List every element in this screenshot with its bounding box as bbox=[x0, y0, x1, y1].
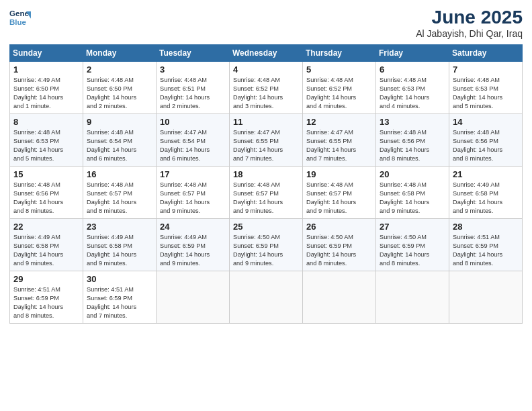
calendar-cell: 14Sunrise: 4:48 AM Sunset: 6:56 PM Dayli… bbox=[449, 114, 523, 167]
day-info: Sunrise: 4:48 AM Sunset: 6:53 PM Dayligh… bbox=[380, 76, 445, 111]
day-info: Sunrise: 4:51 AM Sunset: 6:59 PM Dayligh… bbox=[453, 233, 519, 268]
calendar-cell: 30Sunrise: 4:51 AM Sunset: 6:59 PM Dayli… bbox=[83, 271, 157, 324]
day-info: Sunrise: 4:48 AM Sunset: 6:57 PM Dayligh… bbox=[306, 181, 372, 216]
calendar-cell: 16Sunrise: 4:48 AM Sunset: 6:57 PM Dayli… bbox=[83, 167, 157, 219]
calendar-cell bbox=[376, 271, 449, 324]
day-number: 23 bbox=[87, 222, 152, 232]
day-number: 18 bbox=[233, 169, 299, 179]
day-number: 8 bbox=[13, 117, 79, 127]
calendar-cell: 19Sunrise: 4:48 AM Sunset: 6:57 PM Dayli… bbox=[303, 167, 376, 219]
calendar-cell: 26Sunrise: 4:50 AM Sunset: 6:59 PM Dayli… bbox=[303, 219, 376, 271]
calendar-cell: 6Sunrise: 4:48 AM Sunset: 6:53 PM Daylig… bbox=[376, 62, 449, 114]
day-number: 15 bbox=[13, 169, 79, 179]
day-number: 29 bbox=[13, 274, 79, 284]
day-number: 27 bbox=[380, 222, 445, 232]
day-number: 22 bbox=[13, 222, 79, 232]
day-info: Sunrise: 4:51 AM Sunset: 6:59 PM Dayligh… bbox=[87, 285, 152, 320]
calendar-cell: 29Sunrise: 4:51 AM Sunset: 6:59 PM Dayli… bbox=[10, 271, 83, 324]
day-info: Sunrise: 4:47 AM Sunset: 6:55 PM Dayligh… bbox=[306, 128, 372, 163]
day-info: Sunrise: 4:48 AM Sunset: 6:57 PM Dayligh… bbox=[233, 181, 299, 216]
calendar-cell: 22Sunrise: 4:49 AM Sunset: 6:58 PM Dayli… bbox=[10, 219, 83, 271]
calendar-cell: 9Sunrise: 4:48 AM Sunset: 6:54 PM Daylig… bbox=[83, 114, 157, 167]
day-number: 13 bbox=[380, 117, 445, 127]
day-info: Sunrise: 4:48 AM Sunset: 6:53 PM Dayligh… bbox=[453, 76, 519, 111]
sub-title: Al Jabayish, Dhi Qar, Iraq bbox=[416, 28, 523, 39]
logo-icon: General Blue bbox=[9, 7, 31, 28]
header: General Blue June 2025 Al Jabayish, Dhi … bbox=[9, 7, 523, 39]
logo: General Blue bbox=[9, 7, 31, 28]
main-title: June 2025 bbox=[416, 7, 523, 28]
col-header-monday: Monday bbox=[83, 45, 157, 62]
calendar-cell: 25Sunrise: 4:50 AM Sunset: 6:59 PM Dayli… bbox=[230, 219, 303, 271]
day-number: 3 bbox=[160, 64, 226, 75]
day-info: Sunrise: 4:47 AM Sunset: 6:54 PM Dayligh… bbox=[160, 128, 226, 163]
day-info: Sunrise: 4:50 AM Sunset: 6:59 PM Dayligh… bbox=[233, 233, 299, 268]
day-info: Sunrise: 4:47 AM Sunset: 6:55 PM Dayligh… bbox=[233, 128, 299, 163]
day-number: 30 bbox=[87, 274, 152, 284]
calendar-cell bbox=[230, 271, 303, 324]
col-header-tuesday: Tuesday bbox=[157, 45, 230, 62]
col-header-sunday: Sunday bbox=[10, 45, 83, 62]
page: General Blue June 2025 Al Jabayish, Dhi … bbox=[0, 0, 532, 411]
calendar-cell: 21Sunrise: 4:49 AM Sunset: 6:58 PM Dayli… bbox=[449, 167, 523, 219]
calendar-cell bbox=[303, 271, 376, 324]
col-header-wednesday: Wednesday bbox=[230, 45, 303, 62]
day-info: Sunrise: 4:48 AM Sunset: 6:57 PM Dayligh… bbox=[87, 181, 152, 216]
day-info: Sunrise: 4:48 AM Sunset: 6:56 PM Dayligh… bbox=[453, 128, 519, 163]
day-number: 28 bbox=[453, 222, 519, 232]
calendar-cell: 27Sunrise: 4:50 AM Sunset: 6:59 PM Dayli… bbox=[376, 219, 449, 271]
day-info: Sunrise: 4:51 AM Sunset: 6:59 PM Dayligh… bbox=[13, 285, 79, 320]
day-number: 25 bbox=[233, 222, 299, 232]
svg-text:Blue: Blue bbox=[9, 18, 27, 26]
day-number: 2 bbox=[87, 64, 152, 75]
day-info: Sunrise: 4:48 AM Sunset: 6:54 PM Dayligh… bbox=[87, 128, 152, 163]
day-number: 24 bbox=[160, 222, 226, 232]
calendar-cell: 18Sunrise: 4:48 AM Sunset: 6:57 PM Dayli… bbox=[230, 167, 303, 219]
calendar-cell bbox=[449, 271, 523, 324]
day-info: Sunrise: 4:48 AM Sunset: 6:50 PM Dayligh… bbox=[87, 76, 152, 111]
day-info: Sunrise: 4:48 AM Sunset: 6:52 PM Dayligh… bbox=[306, 76, 372, 111]
day-number: 11 bbox=[233, 117, 299, 127]
calendar-table: SundayMondayTuesdayWednesdayThursdayFrid… bbox=[9, 44, 523, 324]
calendar-cell: 17Sunrise: 4:48 AM Sunset: 6:57 PM Dayli… bbox=[157, 167, 230, 219]
calendar-cell: 3Sunrise: 4:48 AM Sunset: 6:51 PM Daylig… bbox=[157, 62, 230, 114]
calendar-cell: 7Sunrise: 4:48 AM Sunset: 6:53 PM Daylig… bbox=[449, 62, 523, 114]
day-info: Sunrise: 4:49 AM Sunset: 6:58 PM Dayligh… bbox=[453, 181, 519, 216]
calendar-cell: 15Sunrise: 4:48 AM Sunset: 6:56 PM Dayli… bbox=[10, 167, 83, 219]
day-number: 20 bbox=[380, 169, 445, 179]
day-info: Sunrise: 4:48 AM Sunset: 6:51 PM Dayligh… bbox=[160, 76, 226, 111]
calendar-cell: 4Sunrise: 4:48 AM Sunset: 6:52 PM Daylig… bbox=[230, 62, 303, 114]
day-info: Sunrise: 4:48 AM Sunset: 6:56 PM Dayligh… bbox=[380, 128, 445, 163]
day-number: 16 bbox=[87, 169, 152, 179]
day-info: Sunrise: 4:48 AM Sunset: 6:57 PM Dayligh… bbox=[160, 181, 226, 216]
calendar-cell: 5Sunrise: 4:48 AM Sunset: 6:52 PM Daylig… bbox=[303, 62, 376, 114]
day-info: Sunrise: 4:48 AM Sunset: 6:58 PM Dayligh… bbox=[380, 181, 445, 216]
day-number: 10 bbox=[160, 117, 226, 127]
calendar-cell: 2Sunrise: 4:48 AM Sunset: 6:50 PM Daylig… bbox=[83, 62, 157, 114]
day-info: Sunrise: 4:49 AM Sunset: 6:58 PM Dayligh… bbox=[87, 233, 152, 268]
day-number: 1 bbox=[13, 64, 79, 75]
calendar-cell: 1Sunrise: 4:49 AM Sunset: 6:50 PM Daylig… bbox=[10, 62, 83, 114]
calendar-cell: 11Sunrise: 4:47 AM Sunset: 6:55 PM Dayli… bbox=[230, 114, 303, 167]
calendar-cell: 10Sunrise: 4:47 AM Sunset: 6:54 PM Dayli… bbox=[157, 114, 230, 167]
calendar-cell: 23Sunrise: 4:49 AM Sunset: 6:58 PM Dayli… bbox=[83, 219, 157, 271]
col-header-friday: Friday bbox=[376, 45, 449, 62]
calendar-cell: 8Sunrise: 4:48 AM Sunset: 6:53 PM Daylig… bbox=[10, 114, 83, 167]
col-header-saturday: Saturday bbox=[449, 45, 523, 62]
day-number: 5 bbox=[306, 64, 372, 75]
day-number: 6 bbox=[380, 64, 445, 75]
day-info: Sunrise: 4:49 AM Sunset: 6:58 PM Dayligh… bbox=[13, 233, 79, 268]
day-number: 9 bbox=[87, 117, 152, 127]
day-info: Sunrise: 4:50 AM Sunset: 6:59 PM Dayligh… bbox=[380, 233, 445, 268]
col-header-thursday: Thursday bbox=[303, 45, 376, 62]
day-number: 4 bbox=[233, 64, 299, 75]
day-info: Sunrise: 4:48 AM Sunset: 6:52 PM Dayligh… bbox=[233, 76, 299, 111]
calendar-cell: 13Sunrise: 4:48 AM Sunset: 6:56 PM Dayli… bbox=[376, 114, 449, 167]
day-number: 19 bbox=[306, 169, 372, 179]
day-number: 14 bbox=[453, 117, 519, 127]
day-info: Sunrise: 4:48 AM Sunset: 6:56 PM Dayligh… bbox=[13, 181, 79, 216]
day-info: Sunrise: 4:48 AM Sunset: 6:53 PM Dayligh… bbox=[13, 128, 79, 163]
day-number: 7 bbox=[453, 64, 519, 75]
day-info: Sunrise: 4:49 AM Sunset: 6:50 PM Dayligh… bbox=[13, 76, 79, 111]
day-number: 21 bbox=[453, 169, 519, 179]
